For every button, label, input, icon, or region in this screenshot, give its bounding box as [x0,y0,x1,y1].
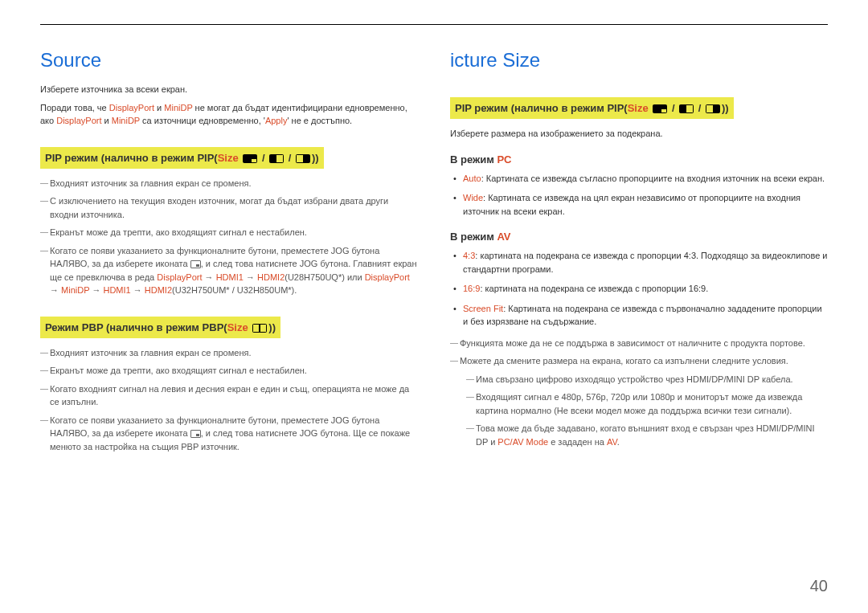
footnotes-list: Функцията може да не се поддържа в завис… [450,337,828,449]
list-item: Това може да бъде задавано, когато външн… [476,422,828,448]
source-switch-icon [190,260,201,268]
list-item: Когато входният сигнал на левия и десния… [50,382,418,409]
picture-size-heading: icture Size [450,49,828,72]
list-item: Има свързано цифрово изходящо устройство… [476,373,828,386]
source-intro: Изберете източника за всеки екран. [40,83,418,96]
list-item: Екранът може да трепти, ако входящият си… [50,226,418,239]
av-mode-heading: В режим AV [450,231,828,243]
pip-mode-heading: PIP режим (налично в режим PIP(Size / / … [40,147,324,169]
pip-size-right-icon [706,104,720,113]
pc-mode-heading: В режим PC [450,153,828,166]
list-item: Можете да смените размера на екрана, ког… [460,354,828,448]
list-item: 16:9: картината на подекрана се извежда … [463,282,828,296]
pbp-notes-list: Входният източник за главния екран се пр… [40,346,418,454]
list-item: Auto: Картината се извежда съгласно проп… [463,172,828,186]
source-note: Поради това, че DisplayPort и MiniDP не … [40,101,418,128]
page-number: 40 [810,577,828,595]
list-item: Входният източник за главния екран се пр… [50,177,418,190]
list-item: Входящият сигнал е 480p, 576p, 720p или … [476,390,828,417]
list-item: Wide: Картината се извежда на цял екран … [463,191,828,218]
list-item: Когато се появи указанието за функционал… [50,414,418,454]
source-heading: Source [40,49,418,72]
av-mode-list: 4:3: картината на подекрана се извежда с… [450,249,828,329]
list-item: Когато се появи указанието за функционал… [50,244,418,297]
pip-size-left-icon [269,154,284,163]
pbp-split-icon [252,324,267,333]
list-item: Функцията може да не се поддържа в завис… [460,337,828,350]
list-item: Screen Fit: Картината на подекрана се из… [463,302,828,329]
pip-mode-heading-right: PIP режим (налично в режим PIP(Size / / … [450,97,734,119]
left-column: Source Изберете източника за всеки екран… [40,49,418,458]
right-column: icture Size PIP режим (налично в режим P… [450,49,828,458]
list-item: Входният източник за главния екран се пр… [50,346,418,360]
list-item: 4:3: картината на подекрана се извежда с… [463,249,828,276]
list-item: С изключението на текущия входен източни… [50,194,418,221]
pip-size-small-icon [653,104,667,113]
pbp-mode-heading: Режим PBP (налично в режим PBP(Size )) [40,317,280,338]
pip-notes-list: Входният източник за главния екран се пр… [40,177,418,297]
pip-size-small-icon [243,154,257,163]
pc-mode-list: Auto: Картината се извежда съгласно проп… [450,172,828,219]
pip-size-left-icon [679,104,694,113]
list-item: Екранът може да трепти, ако входящият си… [50,364,418,378]
pip-size-right-icon [296,154,310,163]
picture-size-intro: Изберете размера на изображението за под… [450,127,828,141]
source-switch-icon [190,430,201,438]
